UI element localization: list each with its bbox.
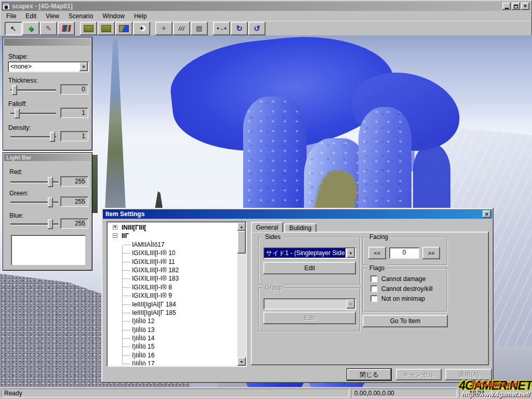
- density-slider-thumb[interactable]: [50, 132, 55, 142]
- rotate-ccw-button[interactable]: ↺: [248, 22, 265, 35]
- tree-collapse-icon[interactable]: −: [113, 233, 117, 238]
- sides-value: サイド1 - (Singleplayer Side: [264, 248, 345, 258]
- minimize-button[interactable]: [502, 3, 511, 10]
- move-arrow-icon: +→+: [217, 26, 227, 31]
- checkbox-not-on-minimap[interactable]: [370, 295, 377, 302]
- tree-item-label[interactable]: I)IiÌIò 13: [132, 326, 154, 334]
- close-button[interactable]: ×: [521, 3, 529, 10]
- tree-item-label[interactable]: IGIXILIII[I-I® 10: [132, 249, 176, 257]
- menu-scenario[interactable]: Scenario: [64, 11, 98, 21]
- checkbox-cannot-destroy[interactable]: [370, 285, 377, 292]
- tree-row: IAMIIAÌIô17: [109, 241, 236, 249]
- dialog-titlebar[interactable]: Item Settings: [103, 209, 492, 219]
- shape-dropdown[interactable]: <none> ▼: [8, 61, 89, 72]
- tree-item-label[interactable]: IeIIII[IgIAI[Γ 184: [132, 301, 176, 308]
- tree-row: IeIIII[IgIAI[Γ 185: [109, 309, 236, 317]
- tree-item-label[interactable]: IGIXILIII[I-I® 11: [132, 258, 175, 265]
- checkbox-cannot-damage-label[interactable]: Cannot damage: [381, 275, 425, 283]
- rain-tool-button[interactable]: ///: [173, 22, 190, 35]
- facing-next-button[interactable]: >>: [422, 247, 440, 259]
- dialog-close-jp-button[interactable]: 閉じる: [347, 369, 391, 380]
- minimize-icon: [505, 8, 509, 9]
- marker-tool-button[interactable]: ◆: [22, 22, 39, 35]
- tree-item-label[interactable]: IAMIIAÌIô17: [132, 241, 165, 248]
- menu-help[interactable]: Help: [129, 11, 152, 21]
- brush-panel: Shape: <none> ▼ Thickness: 0 Falloff: 1 …: [3, 37, 92, 151]
- water-tool-button[interactable]: [115, 22, 132, 35]
- tree-item-label[interactable]: I)IiÌIò 17: [132, 360, 154, 365]
- checkbox-not-on-minimap-label[interactable]: Not on minimap: [381, 295, 425, 302]
- layers-tool-button[interactable]: [58, 22, 75, 35]
- blue-slider-thumb[interactable]: [48, 219, 53, 229]
- move-item-button[interactable]: +→+: [213, 22, 230, 35]
- tab-building[interactable]: Building: [284, 223, 316, 232]
- red-slider-thumb[interactable]: [48, 177, 53, 187]
- tree-item-label[interactable]: I)IiÌIò 14: [132, 335, 154, 342]
- raise-terrain-button[interactable]: ↑: [80, 22, 97, 35]
- effects-tool-button[interactable]: ✈: [155, 22, 172, 35]
- tree-item-label[interactable]: IGIXILIII[I-I® 182: [132, 267, 179, 274]
- brush-panel-caption[interactable]: [4, 38, 91, 46]
- rotate-cw-button[interactable]: ↻: [231, 22, 248, 35]
- menu-view[interactable]: View: [41, 11, 64, 21]
- facing-prev-button[interactable]: <<: [368, 247, 386, 259]
- tree-item-label[interactable]: IGIXILIII[I-I® 183: [132, 275, 179, 282]
- tree-connector: [123, 296, 130, 296]
- pan-tool-button[interactable]: ✚: [133, 22, 150, 35]
- scroll-down-button[interactable]: ▼: [237, 357, 246, 366]
- dialog-cancel-button: キャンセル: [396, 369, 442, 380]
- sides-dropdown[interactable]: サイド1 - (Singleplayer Side ▼: [263, 247, 356, 259]
- double-left-chevron-icon: <<: [374, 250, 381, 256]
- lower-terrain-button[interactable]: ↓: [98, 22, 115, 35]
- paint-tool-button[interactable]: ✎: [40, 22, 57, 35]
- menu-edit[interactable]: Edit: [21, 11, 41, 21]
- restore-button[interactable]: [512, 3, 520, 10]
- tree-item-label[interactable]: IeIIII[IgIAI[Γ 185: [132, 309, 176, 316]
- select-tool-button[interactable]: ↖: [5, 22, 22, 35]
- tree-item-label[interactable]: INIII[ΓIII[: [122, 224, 146, 231]
- checkbox-cannot-damage[interactable]: [370, 275, 377, 282]
- thickness-slider-thumb[interactable]: [12, 85, 17, 95]
- tree-connector: [123, 287, 130, 288]
- tree-connector: [123, 245, 130, 245]
- properties-tool-button[interactable]: ▤: [191, 22, 208, 35]
- shape-dropdown-button[interactable]: ▼: [79, 62, 88, 71]
- tree-row: IGIXILIII[I-I® 182: [109, 266, 236, 274]
- tree-item-label[interactable]: I)IiÌIò 12: [132, 317, 154, 325]
- go-to-item-button[interactable]: Go To Item: [363, 315, 448, 327]
- tree-row: IeIIII[IgIAI[Γ 184: [109, 300, 236, 309]
- tab-general[interactable]: General: [251, 222, 283, 232]
- menu-window[interactable]: Window: [98, 11, 129, 21]
- hand-cross-icon: ✚: [137, 25, 146, 32]
- facing-value-field[interactable]: 0: [389, 247, 419, 259]
- tree-scrollbar[interactable]: ▲ ▼: [237, 222, 246, 366]
- window-titlebar[interactable]: scapex - [4G-Map01] ×: [2, 2, 530, 11]
- scrollbar-thumb[interactable]: [237, 231, 246, 254]
- sides-dropdown-button[interactable]: ▼: [347, 248, 355, 258]
- light-bar-caption[interactable]: Light Bar: [4, 154, 91, 161]
- tree-item-label[interactable]: IGIXILIII[I-I® 9: [132, 292, 172, 299]
- tree-item-label[interactable]: I)IiÌIò 15: [132, 343, 154, 350]
- menu-file[interactable]: File: [2, 11, 21, 21]
- tree-row: I)IiÌIò 14: [109, 334, 236, 342]
- checkbox-cannot-destroy-label[interactable]: Cannot destroy/kill: [381, 285, 433, 292]
- density-slider-track[interactable]: [10, 136, 56, 138]
- tree-item-label[interactable]: IIΓ: [122, 232, 129, 240]
- tree-item-label[interactable]: IGIXILIII[I-I® 8: [132, 284, 172, 291]
- tree-row: IGIXILIII[I-I® 9: [109, 291, 236, 300]
- status-num-lock: NUM: [459, 389, 491, 397]
- thickness-slider-track[interactable]: [10, 89, 56, 91]
- facing-group-label: Facing: [367, 233, 390, 241]
- group-group: Group: [258, 288, 360, 331]
- light-bar-panel: Light Bar Red: 255 Green: 255 Blue: 255: [3, 152, 92, 271]
- tree-item-label[interactable]: I)IiÌIò 16: [132, 352, 154, 359]
- falloff-slider-thumb[interactable]: [15, 109, 20, 118]
- dialog-close-button[interactable]: ×: [483, 210, 491, 218]
- sides-edit-button[interactable]: Edit: [263, 262, 356, 274]
- sides-edit-label: Edit: [304, 264, 315, 272]
- scroll-up-button[interactable]: ▲: [237, 222, 246, 231]
- tree-expand-icon[interactable]: +: [113, 225, 117, 230]
- tree-connector: [123, 347, 130, 347]
- green-slider-thumb[interactable]: [48, 197, 53, 207]
- blue-label: Blue:: [9, 212, 23, 219]
